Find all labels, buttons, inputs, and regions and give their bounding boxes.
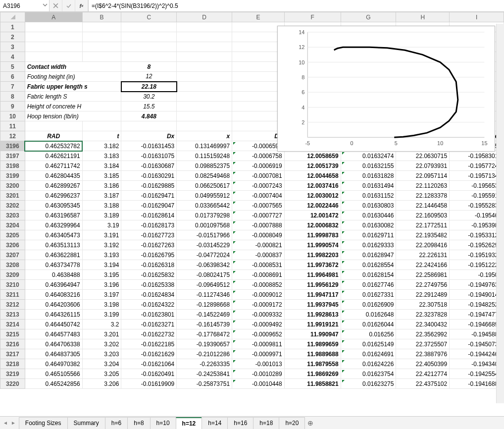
cell[interactable] — [177, 72, 232, 82]
worksheet[interactable]: A B C D E F G H I 12345Contact width86Fo… — [0, 12, 504, 416]
cell[interactable] — [177, 82, 232, 92]
cell[interactable]: 22.4050399 — [396, 359, 450, 369]
column-headers[interactable]: A B C D E F G H I — [0, 12, 504, 22]
cell[interactable]: 0.016256 — [341, 329, 396, 339]
cell[interactable]: 0.464203606 — [25, 300, 82, 310]
row-header[interactable]: 6 — [0, 72, 25, 82]
cell[interactable]: 22.1772511 — [396, 220, 450, 230]
cell[interactable]: -0.09649512 — [177, 280, 232, 290]
cell[interactable]: 0.463734778 — [25, 260, 82, 270]
cell[interactable] — [177, 62, 232, 72]
cell[interactable]: 12.0006832 — [284, 220, 341, 230]
row-header[interactable]: 11 — [0, 121, 25, 131]
cell[interactable]: 3.189 — [82, 211, 121, 220]
row-header[interactable]: 3211 — [0, 290, 25, 300]
cell[interactable]: 0.049955912 — [177, 191, 232, 201]
cell[interactable]: -0.0007404 — [232, 191, 285, 201]
cell[interactable]: -0.0008049 — [232, 230, 285, 240]
select-all-corner[interactable] — [0, 12, 25, 22]
cell[interactable]: 0.463095345 — [25, 201, 82, 211]
sheet-tab[interactable]: h=18 — [253, 417, 279, 429]
cell[interactable] — [25, 32, 82, 42]
cell[interactable]: -0.01622732 — [121, 329, 177, 339]
cell[interactable]: 0.463405473 — [25, 230, 82, 240]
cell[interactable]: 3.19 — [82, 220, 121, 230]
cell[interactable]: 3.188 — [82, 201, 121, 211]
cell[interactable]: -0.01628173 — [121, 220, 177, 230]
cell[interactable] — [25, 42, 82, 52]
row-header[interactable]: 3212 — [0, 300, 25, 310]
cell[interactable]: 0.01631152 — [341, 191, 396, 201]
row-header[interactable]: 3201 — [0, 191, 25, 201]
sheet-tab[interactable]: h=10 — [150, 417, 176, 429]
cell[interactable]: -0.25873751 — [177, 379, 232, 389]
row-header[interactable]: 3216 — [0, 339, 25, 349]
row-header[interactable]: 1 — [0, 22, 25, 32]
row-header[interactable]: 8 — [0, 92, 25, 102]
row-header[interactable]: 4 — [0, 52, 25, 62]
enter-icon[interactable] — [62, 0, 75, 11]
cell[interactable]: -0.01623801 — [121, 310, 177, 320]
row-header[interactable]: 3207 — [0, 250, 25, 260]
cell[interactable]: 22.4375102 — [396, 379, 450, 389]
tab-nav-first-icon[interactable]: ◄ — [3, 420, 8, 426]
col-header-D[interactable]: D — [177, 12, 232, 22]
cell[interactable] — [177, 42, 232, 52]
row-header[interactable]: 3200 — [0, 181, 25, 191]
cell[interactable]: -0.01624834 — [121, 290, 177, 300]
cell[interactable]: 12.0051739 — [284, 161, 341, 171]
cell[interactable]: 0.098852375 — [177, 161, 232, 171]
cell[interactable]: 0.463622881 — [25, 250, 82, 260]
cell[interactable] — [82, 52, 121, 62]
row-header[interactable]: 3203 — [0, 211, 25, 220]
cell[interactable]: -0.0009332 — [232, 310, 285, 320]
cell[interactable]: 0.01629333 — [341, 240, 396, 250]
param-label[interactable]: Contact width — [25, 62, 121, 72]
cell[interactable]: 3.191 — [82, 230, 121, 240]
cell[interactable] — [177, 102, 232, 111]
cell[interactable]: -0.0008531 — [232, 260, 285, 270]
cell[interactable]: -0.01625338 — [121, 280, 177, 290]
row-header[interactable]: 3204 — [0, 220, 25, 230]
vertical-scrollbar[interactable] — [496, 24, 504, 403]
cell[interactable]: 0.01628154 — [341, 270, 396, 280]
cell[interactable] — [82, 121, 121, 131]
cell[interactable] — [177, 121, 232, 131]
cell[interactable]: 11.9919121 — [284, 320, 341, 329]
cell[interactable] — [25, 121, 82, 131]
cell[interactable]: -0.01620491 — [121, 369, 177, 379]
cell[interactable]: 0.01630082 — [341, 220, 396, 230]
cell[interactable]: 0.0162648 — [341, 310, 396, 320]
param-value[interactable]: 30.2 — [121, 92, 177, 102]
cell[interactable]: 0.01625149 — [341, 339, 396, 349]
cell[interactable] — [121, 52, 177, 62]
cell[interactable]: 22.3237828 — [396, 310, 450, 320]
cell[interactable]: -0.06398342 — [177, 260, 232, 270]
table-column-header[interactable]: t — [82, 131, 121, 141]
sheet-tab[interactable]: Summary — [67, 417, 105, 429]
cell[interactable]: 0.4638488 — [25, 270, 82, 280]
cell[interactable]: -0.0006758 — [232, 151, 285, 161]
cell[interactable]: 3.186 — [82, 181, 121, 191]
cell[interactable]: -0.01629047 — [121, 201, 177, 211]
cell[interactable]: 0.465242856 — [25, 379, 82, 389]
cell[interactable]: 3.192 — [82, 240, 121, 250]
cell[interactable]: 0.01630803 — [341, 201, 396, 211]
cell[interactable]: -0.24253841 — [177, 369, 232, 379]
row-header[interactable]: 7 — [0, 82, 25, 92]
cell[interactable]: 12.001472 — [284, 211, 341, 220]
cell[interactable]: 22.1935482 — [396, 230, 450, 240]
cell[interactable]: 3.196 — [82, 280, 121, 290]
cell[interactable]: -0.21012286 — [177, 349, 232, 359]
cell[interactable] — [121, 121, 177, 131]
cell[interactable]: -0.08024175 — [177, 270, 232, 280]
cell[interactable]: -0.01626795 — [121, 250, 177, 260]
cell[interactable] — [232, 102, 285, 111]
row-header[interactable]: 2 — [0, 32, 25, 42]
cell[interactable]: -0.01624322 — [121, 300, 177, 310]
cell[interactable]: -0.01621629 — [121, 349, 177, 359]
cell[interactable]: 0.464706338 — [25, 339, 82, 349]
cell[interactable]: 3.183 — [82, 151, 121, 161]
row-header[interactable]: 3210 — [0, 280, 25, 290]
row-header[interactable]: 12 — [0, 131, 25, 141]
